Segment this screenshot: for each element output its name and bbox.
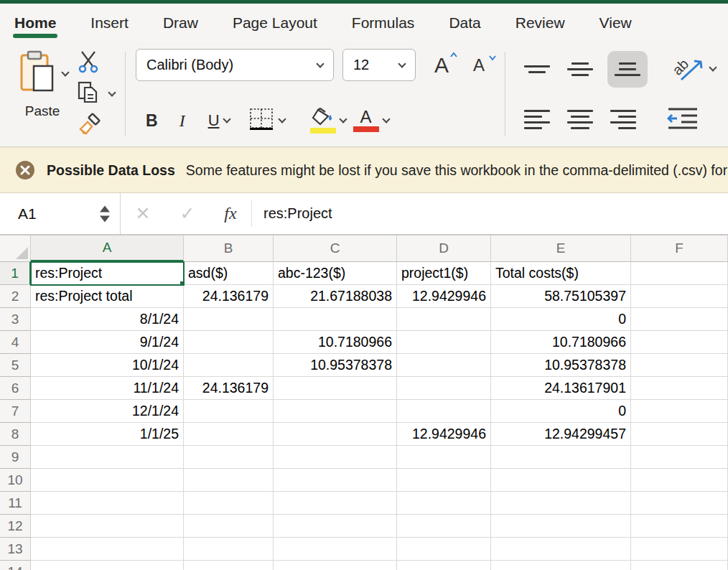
row-header-11[interactable]: 11 (0, 492, 31, 515)
cell-A5[interactable]: 10/1/24 (31, 354, 184, 377)
cell-A9[interactable] (31, 446, 184, 469)
row-header-7[interactable]: 7 (0, 400, 31, 423)
cell-B9[interactable] (184, 446, 274, 469)
italic-button[interactable]: I (168, 111, 197, 131)
row-header-10[interactable]: 10 (0, 469, 31, 492)
borders-button[interactable] (248, 107, 275, 134)
tab-review[interactable]: Review (515, 4, 565, 42)
cell-E1[interactable]: Total costs($) (491, 262, 631, 285)
decrease-font-size-button[interactable]: A (463, 55, 495, 75)
row-header-3[interactable]: 3 (0, 308, 31, 331)
increase-font-size-button[interactable]: A (423, 53, 456, 78)
cell-F10[interactable] (631, 469, 728, 492)
cell-C1[interactable]: abc-123($) (274, 262, 397, 285)
cell-D8[interactable]: 12.9429946 (397, 423, 491, 446)
row-header-12[interactable]: 12 (0, 515, 31, 538)
cell-D14[interactable] (397, 561, 491, 570)
cell-D13[interactable] (397, 538, 491, 561)
cell-C4[interactable]: 10.7180966 (274, 331, 397, 354)
cell-D2[interactable]: 12.9429946 (397, 285, 491, 308)
confirm-entry-button[interactable]: ✓ (165, 193, 210, 234)
cell-C13[interactable] (274, 538, 397, 561)
cell-D12[interactable] (397, 515, 491, 538)
cell-B11[interactable] (184, 492, 274, 515)
tab-home[interactable]: Home (14, 4, 56, 42)
cell-D6[interactable] (397, 377, 491, 400)
cell-C7[interactable] (274, 400, 397, 423)
cell-F8[interactable] (631, 423, 728, 446)
orientation-chevron-icon[interactable] (709, 63, 717, 71)
column-header-b[interactable]: B (184, 235, 274, 262)
cell-B5[interactable] (184, 354, 274, 377)
align-left-button[interactable] (524, 107, 550, 132)
text-orientation-button[interactable]: ab (674, 51, 706, 87)
cell-D9[interactable] (397, 446, 491, 469)
cell-C14[interactable] (274, 561, 397, 570)
cell-A10[interactable] (31, 469, 184, 492)
cell-B3[interactable] (184, 308, 274, 331)
cell-E6[interactable]: 24.13617901 (491, 377, 631, 400)
cell-E11[interactable] (491, 492, 631, 515)
row-header-8[interactable]: 8 (0, 423, 31, 446)
column-header-d[interactable]: D (397, 235, 491, 262)
cell-B6[interactable]: 24.136179 (184, 377, 274, 400)
cell-D1[interactable]: project1($) (397, 262, 491, 285)
underline-chevron-icon[interactable] (223, 115, 230, 123)
tab-data[interactable]: Data (449, 4, 480, 42)
cell-F12[interactable] (631, 515, 728, 538)
cell-F4[interactable] (631, 331, 728, 354)
cell-C2[interactable]: 21.67188038 (274, 285, 397, 308)
cell-A1[interactable]: res:Project (31, 262, 184, 285)
format-painter-button[interactable] (78, 112, 115, 138)
cell-A7[interactable]: 12/1/24 (31, 400, 184, 423)
cell-D4[interactable] (397, 331, 491, 354)
cell-B1[interactable]: asd($) (184, 262, 274, 285)
align-middle-button[interactable] (567, 60, 593, 79)
formula-input[interactable]: res:Project (252, 193, 332, 234)
cell-E4[interactable]: 10.7180966 (491, 331, 631, 354)
copy-dropdown-chevron-icon[interactable] (108, 88, 116, 96)
name-box-spinner[interactable] (100, 205, 110, 222)
cell-A12[interactable] (31, 515, 184, 538)
align-bottom-button-selected[interactable] (607, 51, 648, 88)
cell-B10[interactable] (184, 469, 274, 492)
row-header-4[interactable]: 4 (0, 331, 31, 354)
cell-A8[interactable]: 1/1/25 (31, 423, 184, 446)
cell-A3[interactable]: 8/1/24 (31, 308, 184, 331)
column-header-e[interactable]: E (491, 235, 631, 262)
cell-E2[interactable]: 58.75105397 (491, 285, 631, 308)
tab-view[interactable]: View (599, 4, 632, 42)
cell-A13[interactable] (31, 538, 184, 561)
cell-B14[interactable] (184, 561, 274, 570)
cell-E10[interactable] (491, 469, 631, 492)
align-center-button[interactable] (567, 107, 593, 132)
align-top-button[interactable] (524, 62, 550, 76)
cell-F5[interactable] (631, 354, 728, 377)
column-header-f[interactable]: F (631, 235, 728, 262)
cell-F13[interactable] (631, 538, 728, 561)
cell-E3[interactable]: 0 (491, 308, 631, 331)
cell-D5[interactable] (397, 354, 491, 377)
copy-button[interactable] (78, 81, 115, 107)
row-header-5[interactable]: 5 (0, 354, 31, 377)
cell-A6[interactable]: 11/1/24 (31, 377, 184, 400)
cell-B4[interactable] (184, 331, 274, 354)
cell-E12[interactable] (491, 515, 631, 538)
cell-D3[interactable] (397, 308, 491, 331)
cell-C12[interactable] (274, 515, 397, 538)
fill-color-button[interactable] (310, 108, 336, 134)
cell-C9[interactable] (274, 446, 397, 469)
fill-color-chevron-icon[interactable] (339, 115, 347, 123)
column-header-c[interactable]: C (274, 235, 397, 262)
cell-E9[interactable] (491, 446, 631, 469)
column-header-a[interactable]: A (31, 235, 184, 262)
cancel-entry-button[interactable]: ✕ (121, 193, 165, 234)
cell-B7[interactable] (184, 400, 274, 423)
row-header-1[interactable]: 1 (0, 262, 31, 285)
tab-draw[interactable]: Draw (163, 4, 198, 42)
row-header-2[interactable]: 2 (0, 285, 31, 308)
cell-E5[interactable]: 10.95378378 (491, 354, 631, 377)
cell-F14[interactable] (631, 561, 728, 570)
cell-F3[interactable] (631, 308, 728, 331)
cell-D7[interactable] (397, 400, 491, 423)
